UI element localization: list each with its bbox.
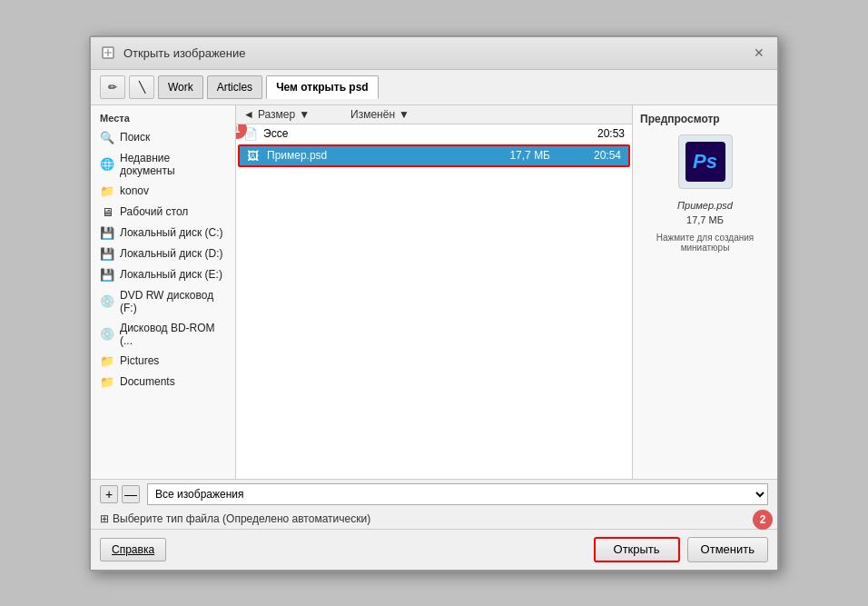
open-button[interactable]: Открыть [594,537,680,562]
sidebar-item-label: Поиск [120,131,150,144]
sidebar-item-label: DVD RW дисковод (F:) [120,289,226,314]
right-actions: 2 Открыть Отменить [594,537,768,562]
preview-filename: Пример.psd [677,200,733,211]
file-list-header: ◄ Размер ▼ Изменён ▼ [236,105,632,124]
file-type-label: Выберите тип файла (Определено автоматич… [113,512,370,525]
preview-filesize: 17,7 МБ [686,214,724,225]
disk-icon: 💾 [100,247,114,261]
breadcrumb-icon-button[interactable]: ╲ [129,75,154,99]
file-panel: ◄ Размер ▼ Изменён ▼ 📄 Эссе 20:53 1 [236,105,632,479]
filter-row: + — Все изображения [91,480,777,509]
add-location-button[interactable]: + [100,485,118,503]
sidebar-item-disk-d[interactable]: 💾 Локальный диск (D:) [91,243,235,264]
expand-icon: ⊞ [100,512,109,525]
sidebar-item-label: Локальный диск (D:) [120,247,223,260]
disc-icon: 💿 [100,327,114,341]
edit-icon: ✏ [108,81,117,94]
file-date: 20:54 [567,149,621,162]
sidebar-item-label: Рабочий стол [120,205,188,218]
sidebar-item-pictures[interactable]: 📁 Pictures [91,351,235,372]
preview-panel: Предпросмотр Ps Пример.psd 17,7 МБ Нажми… [632,105,777,479]
file-name: Эссе [263,127,476,140]
action-row: Справка 2 Открыть Отменить [91,529,777,570]
close-button[interactable]: ✕ [750,44,768,62]
file-type-dropdown[interactable]: Все изображения [147,483,768,505]
ps-icon: Ps [686,142,725,182]
sidebar-item-disk-c[interactable]: 💾 Локальный диск (C:) [91,223,235,243]
desktop-icon: 🖥 [100,205,114,219]
sidebar-section-label: Места [91,109,235,127]
file-type-row[interactable]: ⊞ Выберите тип файла (Определено автомат… [91,509,777,529]
sort-icon: ◄ [243,108,254,121]
file-list: 📄 Эссе 20:53 1 🖼 Пример.psd 17,7 МБ 20:5… [236,124,632,479]
col-modified-header[interactable]: Изменён [331,108,395,121]
tab-articles[interactable]: Articles [207,75,262,99]
filter-controls: + — [100,485,140,503]
sidebar-item-label: konov [120,184,149,197]
dialog-icon [100,45,116,61]
file-item-esse[interactable]: 📄 Эссе 20:53 [236,124,632,144]
cancel-button[interactable]: Отменить [687,537,768,562]
sidebar-item-label: Дисковод BD-ROM (... [120,322,226,347]
psd-file-icon: 🖼 [247,149,261,163]
sidebar-item-disk-e[interactable]: 💾 Локальный диск (E:) [91,264,235,285]
disk-icon: 💾 [100,226,114,240]
sort-arrow2-icon: ▼ [399,108,409,121]
edit-button[interactable]: ✏ [100,75,125,99]
preview-thumbnail[interactable]: Ps [678,134,733,189]
sidebar-item-desktop[interactable]: 🖥 Рабочий стол [91,202,235,223]
sidebar-item-dvd[interactable]: 💿 DVD RW дисковод (F:) [91,285,235,318]
sidebar-item-recent[interactable]: 🌐 Недавние документы [91,148,235,181]
help-button[interactable]: Справка [100,538,166,561]
tab-work[interactable]: Work [158,75,203,99]
disk-icon: 💾 [100,268,114,282]
sidebar-item-label: Локальный диск (C:) [120,226,223,239]
bottom-bar: + — Все изображения ⊞ Выберите тип файла… [91,479,777,570]
search-icon: 🔍 [100,131,114,144]
recent-icon: 🌐 [100,157,114,171]
main-content: Места 🔍 Поиск 🌐 Недавние документы 📁 kon… [91,105,777,479]
dvd-icon: 💿 [100,294,114,308]
preview-hint: Нажмите для создания миниатюры [640,233,770,253]
sort-arrow-icon: ▼ [299,108,310,121]
folder-icon: 📁 [100,184,114,198]
sidebar-item-label: Недавние документы [120,152,226,177]
sidebar-item-konov[interactable]: 📁 konov [91,181,235,202]
col-size-header[interactable]: Размер [258,108,295,121]
file-date: 20:53 [570,127,625,140]
folder-icon: 📁 [100,354,114,368]
toolbar-row: ✏ ╲ Work Articles Чем открыть psd [91,70,777,105]
sidebar-item-search[interactable]: 🔍 Поиск [91,127,235,148]
file-item-primer[interactable]: 🖼 Пример.psd 17,7 МБ 20:54 [238,144,630,167]
remove-location-button[interactable]: — [122,485,140,503]
dialog-title: Открыть изображение [123,46,750,60]
file-size: 17,7 МБ [478,149,550,162]
folder-icon: 📁 [100,375,114,389]
tab-open-psd[interactable]: Чем открыть psd [266,75,379,99]
step-badge-2: 2 [753,510,773,530]
file-name: Пример.psd [267,149,472,162]
title-bar: Открыть изображение ✕ [91,37,777,70]
sidebar-item-documents[interactable]: 📁 Documents [91,372,235,392]
preview-label: Предпросмотр [640,113,720,125]
sidebar-item-label: Documents [120,375,175,388]
slash-icon: ╲ [139,81,145,94]
sidebar-item-bdrom[interactable]: 💿 Дисковод BD-ROM (... [91,318,235,351]
sidebar-item-label: Pictures [120,354,159,367]
sidebar-item-label: Локальный диск (E:) [120,268,222,281]
sidebar: Места 🔍 Поиск 🌐 Недавние документы 📁 kon… [91,105,236,479]
